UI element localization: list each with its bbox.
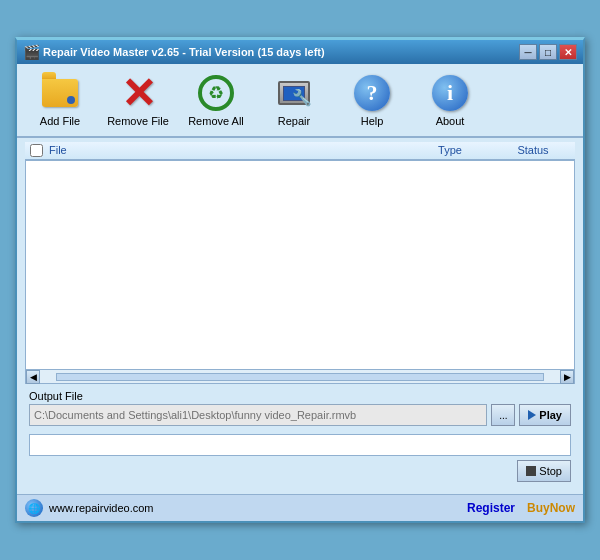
progress-bar [29,434,571,456]
play-button[interactable]: Play [519,404,571,426]
stop-icon [526,466,536,476]
horizontal-scrollbar[interactable]: ◀ ▶ [25,370,575,384]
help-label: Help [361,115,384,127]
remove-all-button[interactable]: ♻ Remove All [177,68,255,132]
scroll-left-button[interactable]: ◀ [26,370,40,384]
buynow-link[interactable]: BuyNow [527,501,575,515]
folder-icon [42,79,78,107]
file-list-body[interactable] [25,160,575,370]
website-url[interactable]: www.repairvideo.com [49,502,154,514]
window-title: Repair Video Master v2.65 - Trial Versio… [43,46,325,58]
app-icon: 🎬 [23,44,39,60]
globe-icon: 🌐 [25,499,43,517]
output-file-input[interactable] [29,404,487,426]
add-file-icon [40,73,80,113]
help-icon: ? [352,73,392,113]
type-column-header: Type [405,144,495,157]
repair-label: Repair [278,115,310,127]
file-column-header: File [47,144,405,157]
browse-button[interactable]: ... [491,404,515,426]
stop-button[interactable]: Stop [517,460,571,482]
status-right: Register BuyNow [467,501,575,515]
toolbar: Add File ✕ Remove File ♻ Remove All [17,64,583,138]
minimize-button[interactable]: ─ [519,44,537,60]
select-all-checkbox[interactable] [30,144,43,157]
about-button[interactable]: i About [411,68,489,132]
header-checkbox-cell [25,144,47,157]
main-window: 🎬 Repair Video Master v2.65 - Trial Vers… [15,37,585,523]
remove-file-icon: ✕ [118,73,158,113]
main-content: File Type Status ◀ ▶ Output File ... Pla… [17,138,583,486]
close-button[interactable]: ✕ [559,44,577,60]
add-file-button[interactable]: Add File [21,68,99,132]
title-controls: ─ □ ✕ [519,44,577,60]
repair-icon: 🔧 [274,73,314,113]
file-list-header: File Type Status [25,142,575,160]
output-file-label: Output File [29,390,571,402]
status-bar: 🌐 www.repairvideo.com Register BuyNow [17,494,583,521]
stop-label: Stop [539,465,562,477]
remove-all-icon: ♻ [196,73,236,113]
remove-file-button[interactable]: ✕ Remove File [99,68,177,132]
title-bar: 🎬 Repair Video Master v2.65 - Trial Vers… [17,40,583,64]
repair-button[interactable]: 🔧 Repair [255,68,333,132]
status-left: 🌐 www.repairvideo.com [25,499,154,517]
title-bar-left: 🎬 Repair Video Master v2.65 - Trial Vers… [23,44,325,60]
add-file-label: Add File [40,115,80,127]
play-triangle-icon [528,410,536,420]
status-column-header: Status [495,144,575,157]
play-label: Play [539,409,562,421]
stop-row: Stop [25,456,575,482]
help-button[interactable]: ? Help [333,68,411,132]
output-row: ... Play [29,404,571,426]
maximize-button[interactable]: □ [539,44,557,60]
scroll-right-button[interactable]: ▶ [560,370,574,384]
register-link[interactable]: Register [467,501,515,515]
remove-all-label: Remove All [188,115,244,127]
about-icon: i [430,73,470,113]
scroll-track[interactable] [56,373,544,381]
about-label: About [436,115,465,127]
output-section: Output File ... Play [25,384,575,428]
